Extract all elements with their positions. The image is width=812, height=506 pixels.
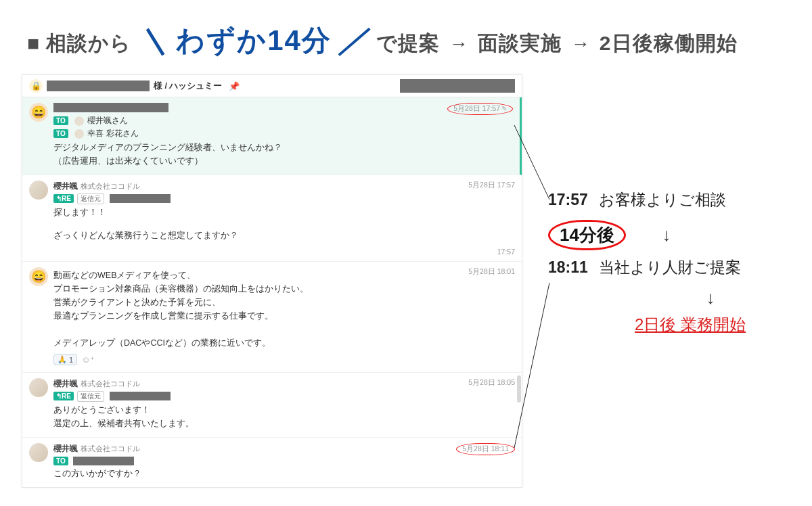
scrollbar-icon[interactable]: [517, 375, 521, 402]
to-name: 幸喜 彩花さん: [87, 129, 138, 138]
timeline-row: 17:57 お客様よりご相談: [548, 189, 792, 210]
reply-line: ↰RE 返信元: [53, 193, 515, 204]
small-avatar-icon: [74, 129, 84, 139]
redacted-block: [73, 457, 134, 465]
slash-open-icon: ＼: [138, 19, 169, 61]
message-timestamp: 5月28日 17:57: [468, 181, 515, 190]
message-company: 株式会社ココドル: [81, 380, 140, 389]
headline-part4: 2日後稼働開始: [600, 30, 738, 58]
to-tag: TO: [53, 457, 68, 465]
avatar: 😄: [29, 267, 48, 286]
timeline-result: 2日後 業務開始: [589, 314, 792, 336]
redacted-block: [400, 79, 515, 93]
message-company: 株式会社ココドル: [81, 182, 140, 191]
headline-part2: で提案: [376, 30, 440, 58]
headline-part1: 相談から: [46, 30, 131, 58]
message-text: 動画などのWEBメディアを使って、 プロモーション対象商品（美容機器）の認知向上…: [53, 269, 515, 350]
timeline-time: 17:57: [548, 191, 588, 208]
message-timestamp: 5月28日 18:05: [468, 378, 515, 388]
chat-message: 櫻井颯 株式会社ココドル TO この方いかがですか？ 5月28日 18:11: [22, 438, 522, 487]
reply-source: 返信元: [77, 193, 104, 204]
to-line: TO: [53, 456, 515, 465]
avatar: [29, 181, 48, 200]
timeline-row: 18:11 当社より人財ご提案: [548, 257, 792, 278]
to-line: TO 櫻井颯さん: [53, 115, 513, 127]
message-text: この方いかがですか？: [53, 467, 515, 480]
reply-tag: ↰RE: [53, 194, 74, 203]
message-username: 櫻井颯: [53, 378, 78, 390]
message-sub-timestamp: 17:57: [497, 248, 515, 256]
message-timestamp: 5月28日 18:01: [468, 267, 515, 277]
message-text: ざっくりどんな業務行うこと想定してますか？: [53, 229, 515, 242]
avatar: [29, 378, 48, 397]
headline: ■ 相談から ＼ わずか14分 ／ で提案 → 面談実施 → 2日後稼働開始: [27, 19, 738, 61]
arrow-icon: →: [571, 33, 590, 55]
slash-close-icon: ／: [338, 19, 369, 61]
chat-title-suffix: 様 / ハッシュミー: [154, 80, 222, 92]
arrow-icon: →: [449, 33, 468, 55]
message-text: デジタルメディアのプランニング経験者、いませんかね？ （広告運用、は出来なくてい…: [53, 141, 513, 168]
avatar: 😄: [29, 103, 48, 122]
reaction-row: 🙏 1 ☺⁺: [53, 354, 515, 365]
edit-pencil-icon: ✎: [501, 105, 507, 112]
message-company: 株式会社ココドル: [81, 444, 140, 454]
timeline-text: お客様よりご相談: [599, 191, 726, 208]
reply-line: ↰RE 返信元: [53, 391, 515, 402]
message-text: 探します！！: [53, 206, 515, 219]
to-tag: TO: [53, 129, 68, 138]
down-arrow-icon: ↓: [697, 288, 724, 308]
reaction-emoji-icon: 🙏: [58, 355, 67, 364]
redacted-block: [110, 392, 171, 400]
chat-header: 🔒 様 / ハッシュミー 📌: [22, 75, 522, 97]
down-arrow-icon: ↓: [653, 225, 680, 246]
duration-badge: 14分後: [548, 220, 626, 250]
message-timestamp: 5月28日 17:57✎: [447, 103, 513, 115]
headline-square: ■: [27, 32, 39, 55]
reply-tag: ↰RE: [53, 392, 74, 400]
chat-message: 櫻井颯 株式会社ココドル ↰RE 返信元 探します！！ ざっくりどんな業務行うこ…: [22, 175, 522, 262]
message-username: 櫻井颯: [53, 181, 78, 192]
message-text: ありがとうございます！ 選定の上、候補者共有いたします。: [53, 403, 515, 430]
redacted-block: [47, 80, 150, 91]
chat-screenshot: 🔒 様 / ハッシュミー 📌 😄 TO 櫻井颯さん TO 幸喜 彩花さん デジタ…: [22, 74, 522, 488]
to-line: TO 幸喜 彩花さん: [53, 128, 513, 139]
headline-emphasis: わずか14分: [176, 22, 332, 60]
add-reaction-icon[interactable]: ☺⁺: [81, 354, 95, 365]
reply-source: 返信元: [77, 391, 104, 402]
reaction-count: 1: [69, 356, 73, 364]
lock-icon: 🔒: [29, 79, 43, 93]
chat-message: 😄 動画などのWEBメディアを使って、 プロモーション対象商品（美容機器）の認知…: [22, 262, 522, 373]
timeline-time: 18:11: [548, 258, 588, 276]
reaction-chip[interactable]: 🙏 1: [53, 354, 77, 365]
timeline-annotation: 17:57 お客様よりご相談 14分後 ↓ 18:11 当社より人財ご提案 ↓ …: [548, 189, 792, 336]
to-tag: TO: [53, 116, 68, 125]
headline-part3: 面談実施: [478, 30, 562, 58]
chat-message: 😄 TO 櫻井颯さん TO 幸喜 彩花さん デジタルメディアのプランニング経験者…: [22, 97, 522, 175]
pin-icon: 📌: [229, 81, 240, 91]
message-timestamp: 5月28日 18:11: [456, 443, 515, 455]
timeline-text: 当社より人財ご提案: [599, 258, 741, 276]
redacted-block: [53, 103, 168, 112]
avatar: [29, 443, 48, 462]
chat-message: 櫻井颯 株式会社ココドル ↰RE 返信元 ありがとうございます！ 選定の上、候補…: [22, 373, 522, 438]
small-avatar-icon: [74, 116, 84, 126]
redacted-block: [110, 194, 171, 203]
message-username: 櫻井颯: [53, 443, 78, 455]
to-name: 櫻井颯さん: [87, 116, 128, 125]
